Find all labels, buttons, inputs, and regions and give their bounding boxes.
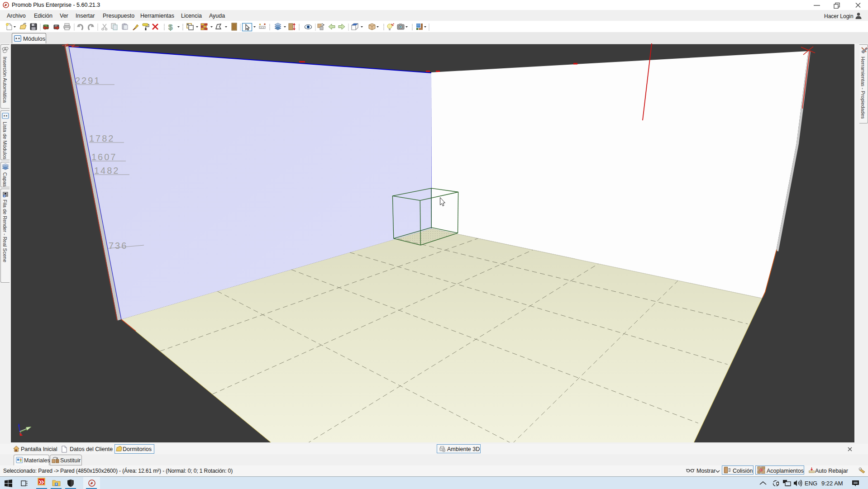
svg-text:736: 736 <box>109 241 128 251</box>
svg-text:1607: 1607 <box>91 152 117 162</box>
svg-text:1782: 1782 <box>89 133 115 143</box>
svg-text:1482: 1482 <box>94 166 120 176</box>
svg-text:2291: 2291 <box>75 76 101 85</box>
svg-text:$: $ <box>168 23 173 32</box>
